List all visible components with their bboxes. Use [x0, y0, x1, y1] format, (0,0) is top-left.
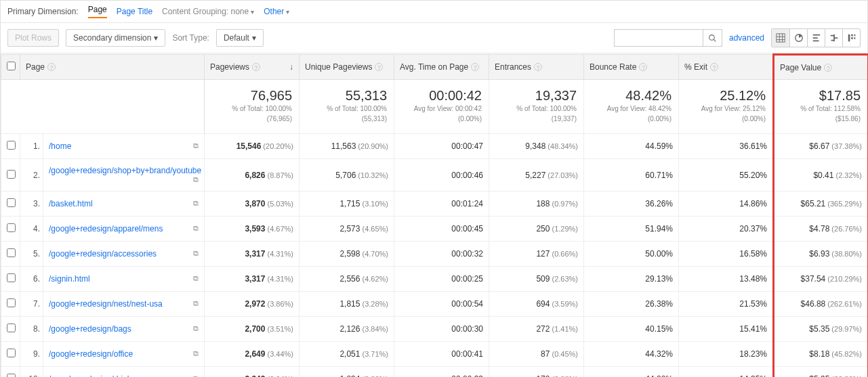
page-link[interactable]: /google+redesign/bags	[49, 324, 131, 334]
open-external-icon[interactable]: ⧉	[193, 274, 199, 283]
svg-point-0	[709, 35, 715, 40]
help-icon[interactable]: ?	[252, 63, 260, 71]
col-bounce-rate[interactable]: Bounce Rate?	[584, 55, 679, 80]
view-table-button[interactable]	[772, 29, 789, 47]
search-icon	[708, 34, 717, 43]
col-unique-pageviews[interactable]: Unique Pageviews?	[299, 55, 394, 80]
help-icon[interactable]: ?	[471, 63, 479, 71]
help-icon[interactable]: ?	[710, 63, 718, 71]
tab-page[interactable]: Page	[88, 5, 107, 18]
page-link[interactable]: /signin.html	[49, 274, 90, 284]
svg-rect-19	[854, 37, 855, 39]
row-checkbox-cell[interactable]	[1, 342, 20, 367]
select-all-checkbox[interactable]	[7, 62, 16, 70]
page-value-cell: $65.21(365.29%)	[774, 192, 869, 217]
row-index: 9.	[20, 342, 43, 367]
row-checkbox-cell[interactable]	[1, 292, 20, 317]
row-checkbox[interactable]	[7, 141, 16, 150]
open-external-icon[interactable]: ⧉	[193, 224, 199, 233]
col-page[interactable]: Page?	[20, 55, 205, 80]
view-pivot-button[interactable]	[842, 29, 860, 47]
view-bars-button[interactable]	[807, 29, 825, 47]
exit-cell: 21.53%	[679, 292, 774, 317]
tab-page-title[interactable]: Page Title	[117, 7, 152, 16]
row-checkbox-cell[interactable]	[1, 159, 20, 192]
pageviews-cell: 2,700(3.51%)	[205, 317, 299, 342]
open-external-icon[interactable]: ⧉	[193, 199, 199, 208]
row-checkbox[interactable]	[7, 374, 16, 377]
page-link[interactable]: /google+redesign/accessories	[49, 249, 157, 259]
row-checkbox[interactable]	[7, 349, 16, 357]
row-checkbox-cell[interactable]	[1, 192, 20, 217]
entrances-cell: 250(1.29%)	[489, 217, 584, 242]
sort-type-button[interactable]: Default ▾	[216, 29, 264, 47]
row-checkbox[interactable]	[7, 324, 16, 332]
open-external-icon[interactable]: ⧉	[193, 175, 199, 184]
search-button[interactable]	[703, 30, 722, 46]
open-external-icon[interactable]: ⧉	[193, 324, 199, 333]
help-icon[interactable]: ?	[375, 63, 383, 71]
help-icon[interactable]: ?	[534, 63, 542, 71]
page-link[interactable]: /google+redesign/drinkware	[49, 374, 149, 377]
page-link[interactable]: /google+redesign/office	[49, 349, 133, 359]
entrances-cell: 170(0.88%)	[489, 367, 584, 378]
open-external-icon[interactable]: ⧉	[193, 374, 199, 377]
page-path-cell: /google+redesign/office ⧉	[43, 342, 205, 367]
help-icon[interactable]: ?	[47, 63, 56, 71]
col-exit[interactable]: % Exit?	[679, 55, 774, 80]
col-avg-time[interactable]: Avg. Time on Page?	[394, 55, 489, 80]
open-external-icon[interactable]: ⧉	[193, 299, 199, 308]
tab-other[interactable]: Other	[264, 7, 289, 16]
col-entrances[interactable]: Entrances?	[489, 55, 584, 80]
open-external-icon[interactable]: ⧉	[193, 249, 199, 258]
help-icon[interactable]: ?	[639, 63, 647, 71]
row-checkbox-cell[interactable]	[1, 267, 20, 292]
pageviews-cell: 2,342(3.04%)	[205, 367, 299, 378]
summary-entrances: 19,337 % of Total: 100.00% (19,337)	[489, 80, 584, 134]
page-link[interactable]: /google+redesign/apparel/mens	[49, 224, 163, 234]
col-page-value[interactable]: Page Value?	[774, 55, 869, 80]
avg-time-cell: 00:01:24	[394, 192, 489, 217]
select-all-header[interactable]	[1, 55, 20, 80]
row-checkbox[interactable]	[7, 223, 16, 232]
svg-line-1	[714, 39, 716, 41]
row-checkbox-cell[interactable]	[1, 134, 20, 159]
col-pageviews[interactable]: Pageviews? ↓	[205, 55, 299, 80]
page-link[interactable]: /google+redesign/nest/nest-usa	[49, 299, 163, 309]
open-external-icon[interactable]: ⧉	[193, 141, 199, 150]
advanced-link[interactable]: advanced	[729, 33, 764, 43]
row-checkbox-cell[interactable]	[1, 317, 20, 342]
page-link[interactable]: /google+redesign/shop+by+brand/youtube	[49, 166, 201, 175]
view-pie-button[interactable]	[789, 29, 807, 47]
row-checkbox-cell[interactable]	[1, 367, 20, 378]
row-checkbox[interactable]	[7, 273, 16, 282]
page-link[interactable]: /home	[49, 141, 71, 151]
row-checkbox[interactable]	[7, 298, 16, 307]
bounce-rate-cell: 51.94%	[584, 217, 679, 242]
row-checkbox[interactable]	[7, 248, 16, 257]
row-checkbox-cell[interactable]	[1, 217, 20, 242]
help-icon[interactable]: ?	[824, 64, 832, 72]
pageviews-cell: 3,317(4.31%)	[205, 242, 299, 267]
svg-rect-16	[851, 35, 853, 37]
svg-rect-2	[777, 34, 785, 42]
plot-rows-button[interactable]: Plot Rows	[7, 29, 59, 47]
page-link[interactable]: /basket.html	[49, 199, 93, 208]
row-index: 2.	[20, 159, 43, 192]
search-input[interactable]	[615, 30, 703, 46]
secondary-dimension-button[interactable]: Secondary dimension ▾	[66, 29, 165, 47]
row-checkbox[interactable]	[7, 170, 16, 179]
row-index: 7.	[20, 292, 43, 317]
view-comparison-button[interactable]	[825, 29, 842, 47]
open-external-icon[interactable]: ⧉	[193, 349, 199, 358]
table-icon	[776, 33, 785, 43]
tab-content-grouping[interactable]: Content Grouping: none	[162, 7, 254, 16]
entrances-cell: 694(3.59%)	[489, 292, 584, 317]
unique-pageviews-cell: 2,573(4.65%)	[299, 217, 394, 242]
bars-icon	[812, 33, 821, 43]
row-checkbox-cell[interactable]	[1, 242, 20, 267]
page-value-cell: $37.54(210.29%)	[774, 267, 869, 292]
bounce-rate-cell: 50.00%	[584, 242, 679, 267]
table-row: 3. /basket.html ⧉ 3,870(5.03%) 1,715(3.1…	[1, 192, 869, 217]
row-checkbox[interactable]	[7, 198, 16, 207]
